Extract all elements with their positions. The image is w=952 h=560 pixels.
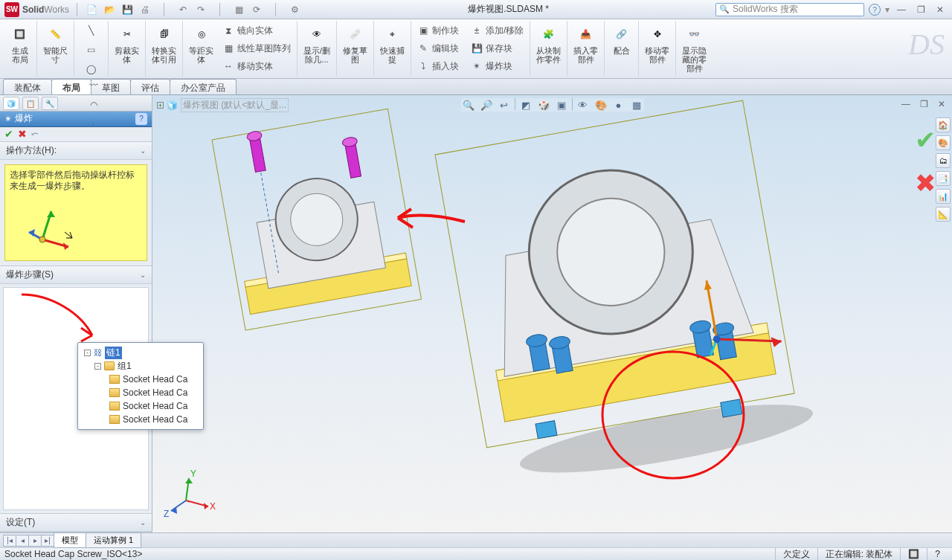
qat-rebuild[interactable]: ⟳: [250, 3, 263, 16]
help-button[interactable]: ?: [869, 4, 881, 16]
tree-root[interactable]: -⛓链1: [84, 346, 200, 359]
status-define: 欠定义: [775, 548, 817, 560]
window-restore[interactable]: ❐: [913, 4, 928, 16]
svg-marker-38: [771, 335, 782, 347]
sketch-arc[interactable]: ◠: [86, 97, 101, 113]
ribbon-insert-comp[interactable]: 📥插入零 部件: [572, 22, 599, 65]
tree-item[interactable]: Socket Head Ca: [84, 386, 200, 399]
svg-marker-46: [185, 478, 193, 483]
sketch-rect[interactable]: ▭: [84, 42, 99, 58]
qat-open[interactable]: 📂: [103, 3, 116, 16]
svg-point-6: [39, 236, 45, 242]
ribbon-trim[interactable]: ✂剪裁实 体: [113, 22, 141, 65]
ribbon-part-from-block[interactable]: 🧩从块制 作零件: [535, 22, 562, 65]
explode-tree-popup[interactable]: -⛓链1 -组1 Socket Head Ca Socket Head Ca S…: [77, 342, 204, 430]
btab-motion[interactable]: 运动算例 1: [86, 532, 141, 548]
btab-first[interactable]: |◂: [3, 535, 16, 547]
sketch-point[interactable]: ·: [86, 116, 101, 132]
triad-hint-icon: [28, 202, 87, 254]
ribbon-smart-dim[interactable]: 📏 智能尺 寸: [42, 22, 69, 65]
qat-undo[interactable]: ↶: [176, 3, 190, 16]
ribbon-showhide[interactable]: 👓显示隐 藏的零 部件: [681, 22, 708, 74]
svg-marker-49: [171, 506, 177, 514]
status-help-icon[interactable]: ?: [927, 548, 948, 560]
tree-item[interactable]: Socket Head Ca: [84, 413, 200, 426]
doc-title: 爆炸视图.SLDASM *: [301, 3, 715, 16]
ds-logo: DS: [908, 27, 945, 62]
tab-assembly[interactable]: 装配体: [3, 79, 52, 94]
svg-text:X: X: [210, 501, 216, 512]
ribbon-offset[interactable]: ◎等距实 体: [187, 22, 215, 65]
search-icon: 🔍: [719, 4, 730, 14]
qat-print[interactable]: 🖨: [138, 3, 152, 16]
window-close[interactable]: ✕: [933, 4, 948, 16]
ribbon-pattern[interactable]: ▦线性草图阵列: [221, 40, 292, 57]
mgr-tab-prop[interactable]: 📋: [22, 97, 39, 110]
status-unit-icon[interactable]: 🔲: [900, 548, 927, 560]
block-addrem[interactable]: ±添加/移除: [469, 22, 525, 39]
ribbon-show-del[interactable]: 👁显示/删 除几...: [302, 22, 332, 65]
pm-ok[interactable]: ✔: [4, 128, 13, 140]
svg-marker-43: [204, 503, 208, 509]
ribbon-mate[interactable]: 🔗配合: [610, 22, 634, 57]
qat-options[interactable]: ⚙: [288, 3, 301, 16]
sketch-line[interactable]: ╲: [84, 22, 99, 39]
dimension-icon: 📏: [45, 24, 66, 45]
sec-how-header[interactable]: 操作方法(H):⌄: [0, 142, 152, 160]
pm-pin[interactable]: ⤺: [31, 129, 39, 139]
pm-cancel[interactable]: ✖: [18, 128, 27, 140]
mgr-tab-feature[interactable]: 🧊: [3, 97, 19, 110]
ribbon-create-layout[interactable]: 🔲 生成 布局: [8, 22, 32, 65]
btab-last[interactable]: ▸|: [41, 535, 54, 547]
search-placeholder: SolidWorks 搜索: [733, 3, 798, 16]
sec-settings-header[interactable]: 设定(T)⌄: [0, 514, 152, 532]
pm-title: 爆炸: [15, 112, 33, 125]
layout-icon: 🔲: [10, 24, 30, 45]
status-left: Socket Head Cap Screw_ISO<13>: [4, 549, 142, 559]
block-insert[interactable]: ⤵插入块: [416, 58, 460, 74]
svg-rect-33: [536, 421, 557, 439]
btab-model[interactable]: 模型: [54, 532, 86, 548]
sec-steps-header[interactable]: 爆炸步骤(S)⌄: [0, 266, 152, 284]
tree-item[interactable]: Socket Head Ca: [84, 399, 200, 413]
hint-box: 选择零部件然后拖动操纵杆控标来生成一爆炸步骤。: [4, 164, 147, 261]
ribbon-move-comp[interactable]: ✥移动零 部件: [643, 22, 671, 65]
ribbon-repair[interactable]: 🩹修复草 图: [341, 22, 369, 65]
svg-text:Z: Z: [164, 509, 169, 519]
svg-text:Y: Y: [190, 469, 196, 479]
ribbon-snap[interactable]: ⌖快速捕 捉: [379, 22, 406, 65]
qat-redo[interactable]: ↷: [194, 3, 208, 16]
pm-icon: ✴: [4, 114, 12, 124]
block-make[interactable]: ▣制作块: [416, 22, 460, 39]
svg-marker-3: [47, 211, 55, 217]
ribbon-move[interactable]: ↔移动实体: [221, 58, 292, 74]
pm-header: ✴ 爆炸 ?: [0, 112, 152, 127]
block-edit[interactable]: ✎编辑块: [416, 40, 460, 57]
tab-evaluate[interactable]: 评估: [130, 79, 170, 94]
block-explode[interactable]: ✴爆炸块: [469, 58, 525, 74]
qat-save[interactable]: 💾: [120, 3, 134, 16]
mgr-tab-config[interactable]: 🔧: [42, 97, 58, 110]
sketch-spline[interactable]: 〰: [86, 77, 101, 94]
app-name: SolidWorks: [22, 4, 69, 15]
svg-rect-34: [721, 399, 742, 417]
btab-prev[interactable]: ◂: [16, 535, 29, 547]
tab-office[interactable]: 办公室产品: [170, 79, 237, 94]
tree-item[interactable]: Socket Head Ca: [84, 373, 200, 386]
btab-next[interactable]: ▸: [28, 535, 42, 547]
window-minimize[interactable]: —: [894, 4, 909, 16]
block-save[interactable]: 💾保存块: [469, 40, 525, 57]
qat-new[interactable]: 📄: [85, 3, 98, 16]
status-editing: 正在编辑: 装配体: [817, 548, 901, 560]
graphics-area[interactable]: + 🧊 爆炸视图 (默认<默认_显... 🔍 🔎 ↩ ◩ 🎲 ▣ 👁 🎨 ● ▦…: [152, 95, 952, 532]
tree-group[interactable]: -组1: [84, 359, 200, 373]
sketch-circ[interactable]: ◯: [84, 61, 99, 77]
ribbon-mirror[interactable]: ⧗镜向实体: [221, 22, 292, 39]
search-input[interactable]: 🔍 SolidWorks 搜索: [715, 3, 864, 16]
app-logo: SW: [4, 2, 19, 17]
pm-help[interactable]: ?: [135, 113, 147, 125]
ribbon-convert[interactable]: 🗐转换实 体引用: [150, 22, 178, 65]
qat-select[interactable]: ▦: [232, 3, 245, 16]
model-canvas: X Y Z: [152, 95, 952, 532]
